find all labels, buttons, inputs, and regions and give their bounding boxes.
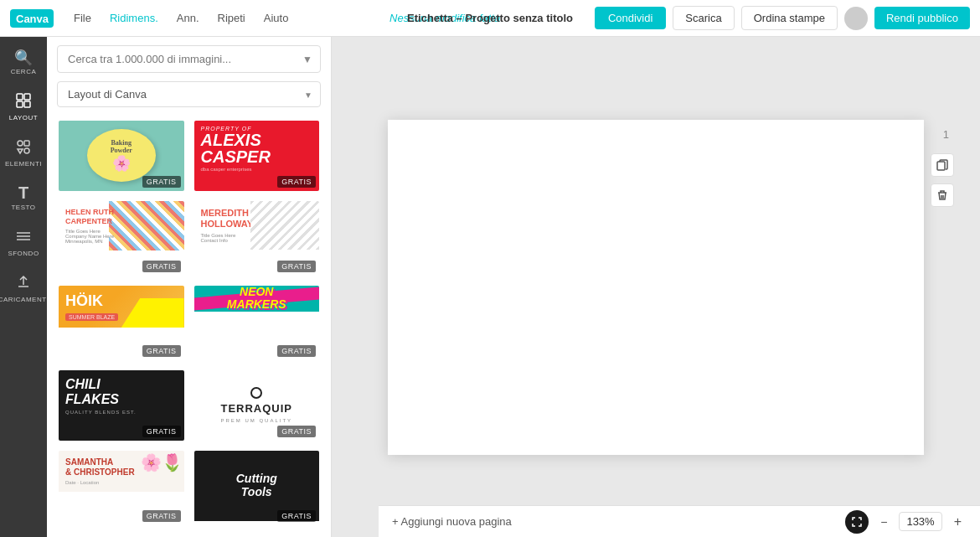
template-card-meredith-holloway[interactable]: MeredithHolloway Title Goes HereContact … [193, 199, 322, 277]
sidebar-item-elementi[interactable]: ELEMENTI [0, 132, 47, 174]
gratis-badge: GRATIS [277, 261, 316, 272]
svg-text:Canva: Canva [16, 13, 49, 25]
bottom-bar: + Aggiungi nuova pagina − 133% + [379, 505, 980, 537]
template-card-baking-powder[interactable]: Baking Powder 🌸 GRATIS [57, 119, 186, 193]
zoom-level[interactable]: 133% [899, 512, 941, 531]
filter-dropdown-wrapper: Layout di Canva [57, 81, 321, 107]
sidebar-item-cerca[interactable]: 🔍 CERCA [0, 44, 47, 82]
sidebar-item-layout[interactable]: LAYOUT [0, 85, 47, 128]
search-section: ▼ [47, 37, 331, 78]
menu-resize[interactable]: Ridimens. [103, 8, 165, 28]
sidebar-item-label: CARICAMENTI [0, 296, 49, 303]
template-panel: ▼ Layout di Canva Baking Powder 🌸 [47, 37, 332, 537]
gratis-badge: GRATIS [142, 426, 181, 437]
svg-point-6 [18, 141, 23, 146]
gratis-badge: GRATIS [142, 176, 181, 188]
zoom-minus-button[interactable]: − [875, 514, 892, 530]
canvas-wrapper: 1 [388, 120, 924, 455]
svg-rect-5 [24, 101, 30, 107]
sidebar-item-caricamenti[interactable]: CARICAMENTI [0, 267, 47, 310]
sidebar-item-testo[interactable]: T TESTO [0, 178, 47, 218]
search-icon: 🔍 [14, 50, 33, 65]
duplicate-page-button[interactable] [931, 153, 954, 177]
sidebar-item-label: CERCA [11, 68, 37, 75]
download-button[interactable]: Scarica [673, 6, 734, 30]
svg-rect-9 [937, 162, 945, 170]
sidebar-item-label: SFONDO [8, 250, 39, 257]
template-card-neon-markers[interactable]: NEONMARKERS GRATIS [193, 284, 322, 362]
sidebar-item-label: TESTO [11, 204, 35, 211]
gratis-badge: GRATIS [142, 510, 181, 522]
fullscreen-button[interactable] [845, 510, 869, 534]
layout-icon [15, 92, 32, 111]
svg-point-8 [24, 148, 29, 153]
delete-page-button[interactable] [931, 183, 954, 207]
add-page-button[interactable]: + Aggiungi nuova pagina [392, 515, 512, 528]
gratis-badge: GRATIS [277, 345, 316, 357]
canva-logo[interactable]: Canva [10, 9, 54, 28]
zoom-plus-button[interactable]: + [949, 513, 967, 531]
filter-select[interactable]: Layout di Canva [57, 81, 321, 107]
svg-rect-4 [17, 101, 23, 107]
page-number: 1 [943, 128, 949, 141]
sidebar-item-label: ELEMENTI [5, 160, 42, 168]
make-public-button[interactable]: Rendi pubblico [874, 7, 970, 29]
menu-repeat[interactable]: Ripeti [211, 8, 252, 28]
svg-rect-2 [17, 94, 23, 100]
nav-actions: Condividi Scarica Ordina stampe Rendi pu… [595, 6, 970, 30]
sidebar-item-label: LAYOUT [9, 114, 38, 121]
search-dropdown-arrow[interactable]: ▼ [302, 54, 312, 65]
sidebar-icons: 🔍 CERCA LAYOUT [0, 37, 47, 537]
svg-rect-3 [24, 94, 30, 100]
main-layout: 🔍 CERCA LAYOUT [0, 37, 980, 537]
sidebar-item-sfondo[interactable]: SFONDO [0, 221, 47, 264]
search-input[interactable] [57, 45, 321, 73]
menu-file[interactable]: File [67, 8, 98, 28]
svg-rect-7 [24, 141, 29, 146]
share-button[interactable]: Condividi [595, 7, 666, 29]
gratis-badge: GRATIS [142, 261, 181, 272]
template-card-helen-ruth[interactable]: HELEN RUTHCARPENTER Title Goes HereCompa… [57, 199, 186, 277]
gratis-badge: GRATIS [277, 176, 316, 188]
gratis-badge: GRATIS [277, 510, 316, 522]
canvas-page[interactable] [388, 120, 924, 455]
add-page-label: + Aggiungi nuova pagina [392, 515, 512, 528]
search-container: ▼ [57, 45, 321, 73]
upload-icon [15, 274, 32, 293]
template-grid: Baking Powder 🌸 GRATIS PROPERTY OF ALEXI… [47, 114, 331, 537]
template-card-alexis-casper[interactable]: PROPERTY OF ALEXISCASPER dba casper ente… [193, 119, 322, 193]
template-card-hoik[interactable]: HÖIK SUMMER BLAZE GRATIS [57, 284, 186, 362]
menu-help[interactable]: Aiuto [257, 8, 296, 28]
template-card-terraquip[interactable]: TERRAQUIP PREM UM QUALITY GRATIS [193, 369, 322, 442]
top-navigation: Canva File Ridimens. Ann. Ripeti Aiuto N… [0, 0, 980, 37]
template-card-chili-flakes[interactable]: CHILIFLAKES QUALITY BLENDS EST. GRATIS [57, 369, 186, 442]
background-icon [15, 228, 32, 247]
template-card-samantha-christopher[interactable]: 🌸🌷 SAMANTHA& CHRISTOPHER Date · Location… [57, 449, 186, 527]
menu-ann[interactable]: Ann. [170, 8, 206, 28]
canvas-area: 1 + Aggiungi nuova pagina [332, 37, 980, 537]
gratis-badge: GRATIS [277, 426, 316, 437]
gratis-badge: GRATIS [142, 345, 181, 357]
canvas-tools [931, 153, 954, 207]
zoom-controls: − 133% + [845, 510, 967, 534]
avatar[interactable] [844, 7, 868, 30]
filter-section: Layout di Canva [47, 78, 331, 114]
elements-icon [15, 138, 32, 157]
project-title: Etichetta – Progetto senza titolo [407, 12, 573, 24]
text-icon: T [18, 184, 28, 201]
print-button[interactable]: Ordina stampe [741, 6, 838, 30]
template-card-cutting-tools[interactable]: CuttingTools GRATIS [193, 449, 322, 527]
